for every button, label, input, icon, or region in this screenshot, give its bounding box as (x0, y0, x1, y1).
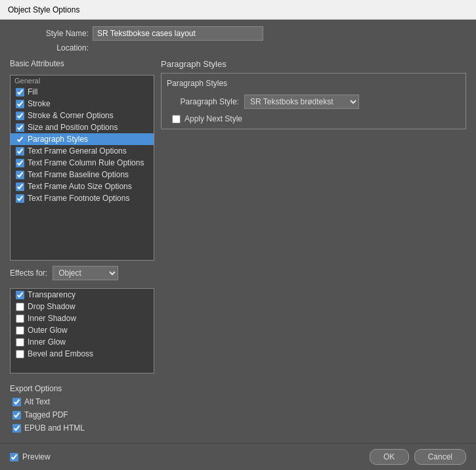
fill-checkbox[interactable] (16, 88, 24, 96)
list-item-size-position[interactable]: Size and Position Options (11, 121, 154, 133)
location-label: Location: (10, 43, 89, 53)
list-item-text-frame-autosize[interactable]: Text Frame Auto Size Options (11, 181, 154, 192)
basic-attributes-label: Basic Attributes (10, 59, 154, 68)
cancel-button[interactable]: Cancel (414, 449, 466, 465)
outer-glow-checkbox[interactable] (16, 326, 24, 335)
preview-label: Preview (22, 452, 51, 461)
list-item-stroke[interactable]: Stroke (11, 98, 154, 110)
stroke-checkbox[interactable] (16, 100, 24, 108)
list-group-general: General (11, 75, 154, 86)
right-panel-title: Paragraph Styles (161, 59, 466, 69)
action-buttons: OK Cancel (370, 449, 466, 465)
paragraph-style-select[interactable]: SR Tekstboks brødtekst (244, 95, 359, 109)
epub-html-checkbox[interactable] (12, 424, 21, 433)
text-frame-footnote-checkbox[interactable] (16, 194, 24, 203)
export-options-label: Export Options (10, 384, 154, 393)
list-item-text-frame-baseline[interactable]: Text Frame Baseline Options (11, 169, 154, 181)
list-item-stroke-corner[interactable]: Stroke & Corner Options (11, 110, 154, 121)
preview-checkbox[interactable] (10, 453, 18, 461)
content-area: Style Name: Location: Basic Attributes G… (0, 20, 476, 440)
apply-next-style-label: Apply Next Style (184, 114, 242, 123)
effects-for-select[interactable]: Object Fill Stroke Text (53, 266, 118, 280)
list-item-text-frame-general[interactable]: Text Frame General Options (11, 145, 154, 157)
text-frame-general-checkbox[interactable] (16, 147, 24, 156)
drop-shadow-checkbox[interactable] (16, 303, 24, 311)
location-row: Location: (10, 43, 466, 53)
list-item-inner-shadow[interactable]: Inner Shadow (11, 312, 154, 324)
export-epub-html[interactable]: EPUB and HTML (10, 422, 154, 434)
apply-next-row: Apply Next Style (167, 114, 460, 123)
size-position-checkbox[interactable] (16, 123, 24, 132)
inner-glow-checkbox[interactable] (16, 338, 24, 347)
list-item-text-frame-column[interactable]: Text Frame Column Rule Options (11, 157, 154, 169)
list-item-outer-glow[interactable]: Outer Glow (11, 324, 154, 336)
inner-shadow-checkbox[interactable] (16, 314, 24, 323)
style-name-input[interactable] (93, 26, 263, 41)
apply-next-style-checkbox[interactable] (172, 115, 181, 123)
export-list: Alt Text Tagged PDF EPUB and HTML (10, 396, 154, 434)
list-item-text-frame-footnote[interactable]: Text Frame Footnote Options (11, 192, 154, 204)
style-name-row: Style Name: (10, 26, 466, 41)
style-name-label: Style Name: (10, 29, 89, 38)
basic-attributes-list[interactable]: General Fill Stroke Stroke & Corner Opti… (10, 75, 154, 261)
list-item-drop-shadow[interactable]: Drop Shadow (11, 301, 154, 312)
text-frame-autosize-checkbox[interactable] (16, 182, 24, 191)
title-text: Object Style Options (8, 5, 79, 14)
export-tagged-pdf[interactable]: Tagged PDF (10, 409, 154, 421)
text-frame-column-checkbox[interactable] (16, 159, 24, 167)
right-panel: Paragraph Styles Paragraph Styles Paragr… (161, 59, 466, 434)
paragraph-style-label: Paragraph Style: (167, 97, 239, 106)
bevel-emboss-checkbox[interactable] (16, 350, 24, 358)
main-area: Basic Attributes General Fill Stroke Str… (10, 59, 466, 434)
paragraph-styles-group: Paragraph Styles Paragraph Style: SR Tek… (161, 73, 466, 129)
paragraph-styles-checkbox[interactable] (16, 135, 24, 144)
title-bar: Object Style Options (0, 0, 476, 20)
preview-section: Preview (10, 452, 51, 461)
export-section: Export Options Alt Text Tagged PDF EP (10, 384, 154, 434)
transparency-checkbox[interactable] (16, 291, 24, 299)
window: Object Style Options Style Name: Locatio… (0, 0, 476, 470)
effects-for-row: Effects for: Object Fill Stroke Text (10, 266, 154, 280)
paragraph-style-row: Paragraph Style: SR Tekstboks brødtekst (167, 95, 460, 109)
alt-text-checkbox[interactable] (12, 398, 21, 406)
ok-button[interactable]: OK (370, 449, 409, 465)
effects-for-label: Effects for: (10, 268, 47, 278)
list-item-fill[interactable]: Fill (11, 86, 154, 98)
stroke-corner-checkbox[interactable] (16, 112, 24, 120)
export-alt-text[interactable]: Alt Text (10, 396, 154, 408)
list-item-bevel-emboss[interactable]: Bevel and Emboss (11, 348, 154, 360)
paragraph-styles-group-title: Paragraph Styles (167, 79, 460, 88)
list-item-paragraph-styles[interactable]: Paragraph Styles (11, 133, 154, 145)
list-item-transparency[interactable]: Transparency (11, 289, 154, 301)
list-item-inner-glow[interactable]: Inner Glow (11, 336, 154, 348)
left-panel: Basic Attributes General Fill Stroke Str… (10, 59, 154, 434)
effects-list[interactable]: Transparency Drop Shadow Inner Shadow Ou… (10, 288, 154, 374)
tagged-pdf-checkbox[interactable] (12, 411, 21, 419)
text-frame-baseline-checkbox[interactable] (16, 171, 24, 179)
bottom-bar: Preview OK Cancel (0, 443, 476, 470)
